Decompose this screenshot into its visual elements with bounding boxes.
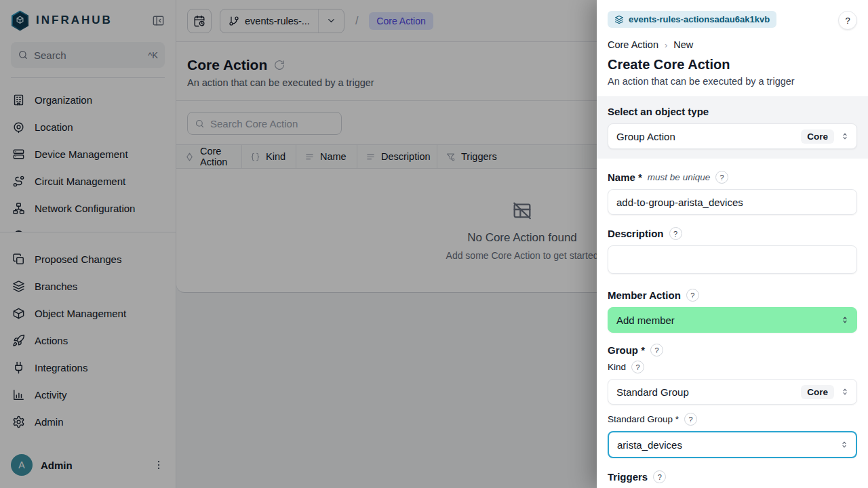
breadcrumb-item[interactable]: Core Action	[608, 39, 658, 50]
chevron-updown-icon	[840, 387, 850, 396]
triggers-help-icon[interactable]: ?	[653, 470, 666, 483]
standard-group-value: arista_devices	[617, 439, 840, 451]
chevron-updown-icon	[840, 315, 850, 325]
create-drawer: events-rules-actionsadau6ak1kvb ? Core A…	[597, 0, 868, 488]
description-help-icon[interactable]: ?	[669, 227, 682, 240]
object-type-section: Select an object type Group Action Core	[597, 96, 868, 159]
core-badge: Core	[801, 385, 834, 399]
chevron-updown-icon	[840, 131, 850, 141]
drawer-title: Create Core Action	[608, 57, 857, 73]
name-field[interactable]	[608, 189, 857, 215]
drawer-subtitle: An action that can be executed by a trig…	[608, 76, 857, 87]
breadcrumb-separator: ›	[665, 40, 667, 50]
standard-group-help-icon[interactable]: ?	[684, 413, 697, 426]
kind-help-icon[interactable]: ?	[631, 361, 644, 373]
object-type-label: Select an object type	[608, 106, 857, 117]
core-badge: Core	[801, 129, 834, 144]
layers-icon	[614, 15, 624, 24]
help-button[interactable]: ?	[838, 11, 857, 30]
app-root: INFRAHUB ^K OrganizationLocationDevice M…	[0, 0, 868, 488]
triggers-label: Triggers	[608, 471, 648, 483]
member-action-select[interactable]: Add member	[608, 307, 857, 333]
group-label: Group *	[608, 344, 645, 356]
member-action-help-icon[interactable]: ?	[686, 289, 699, 302]
member-action-value: Add member	[616, 314, 840, 326]
chevron-updown-icon	[840, 440, 849, 449]
kind-select[interactable]: Standard Group Core	[608, 379, 857, 405]
drawer-header: events-rules-actionsadau6ak1kvb ? Core A…	[597, 0, 868, 87]
object-type-select[interactable]: Group Action Core	[608, 123, 857, 149]
group-help-icon[interactable]: ?	[650, 344, 663, 357]
drawer-breadcrumb: Core Action › New	[608, 39, 857, 50]
description-field[interactable]	[608, 245, 857, 274]
standard-group-label: Standard Group *	[608, 414, 679, 424]
name-hint: must be unique	[648, 172, 710, 182]
kind-value: Standard Group	[616, 386, 801, 398]
member-action-label: Member Action	[608, 289, 681, 301]
create-form: Name * must be unique ? Description ? Me…	[597, 159, 868, 488]
breadcrumb-item: New	[673, 39, 693, 50]
name-help-icon[interactable]: ?	[715, 171, 728, 184]
drawer-branch-name: events-rules-actionsadau6ak1kvb	[629, 14, 770, 24]
name-label: Name *	[608, 171, 642, 183]
kind-label: Kind	[608, 362, 626, 372]
standard-group-select[interactable]: arista_devices	[608, 431, 857, 458]
description-label: Description	[608, 228, 664, 239]
drawer-branch-badge[interactable]: events-rules-actionsadau6ak1kvb	[608, 11, 776, 28]
object-type-value: Group Action	[616, 131, 801, 142]
